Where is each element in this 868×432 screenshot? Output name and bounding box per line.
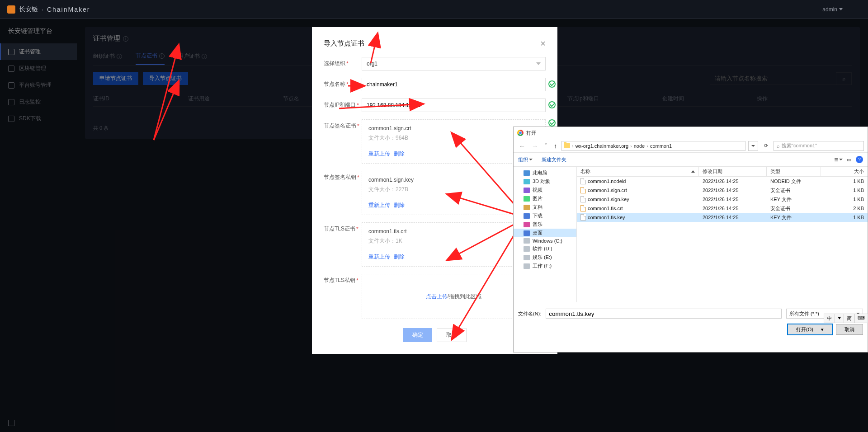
file-icon: [580, 178, 586, 184]
file-size: 1 KB: [821, 178, 868, 184]
ip-port-input[interactable]: [362, 99, 546, 112]
filepicker-sidebar: 此电脑 3D 对象 视频 图片 文档 下载 音乐 桌面 Windows (C:)…: [514, 167, 577, 302]
recent-caret[interactable]: ˅: [542, 142, 549, 150]
chevron-down-icon: [751, 145, 755, 147]
modal-cancel-button[interactable]: 取消: [437, 328, 467, 342]
check-icon: [548, 80, 556, 88]
label-tls-cert: 节点TLS证书*: [324, 222, 362, 233]
newfolder-button[interactable]: 新建文件夹: [542, 156, 566, 163]
filepicker-nav: ← → ˅ ↑ › wx-org1.chainmaker.org › node …: [514, 139, 868, 152]
side-music[interactable]: 音乐: [514, 220, 576, 229]
user-name: admin: [822, 6, 837, 13]
modal-title: 导入节点证书: [324, 39, 364, 48]
file-date: 2022/1/26 14:25: [699, 197, 767, 202]
file-name: common1.nodeid: [588, 178, 626, 184]
side-drive-d[interactable]: 软件 (D:): [514, 244, 576, 253]
help-button[interactable]: ?: [856, 156, 863, 163]
col-name[interactable]: 名称: [577, 167, 699, 176]
filepicker-title: 打开: [526, 130, 536, 136]
search-icon: ⌕: [777, 143, 780, 149]
side-drive-e[interactable]: 娱乐 (E:): [514, 253, 576, 262]
side-3d[interactable]: 3D 对象: [514, 177, 576, 186]
forward-button[interactable]: →: [530, 142, 540, 150]
side-documents[interactable]: 文档: [514, 203, 576, 211]
chevron-down-icon: [529, 159, 533, 160]
reupload-link[interactable]: 重新上传: [368, 254, 390, 260]
label-ipport: 节点IP和端口*: [324, 99, 362, 109]
org-select[interactable]: org1: [362, 57, 546, 70]
filename-label: 文件名(N):: [518, 310, 541, 317]
label-sign-key: 节点签名私钥*: [324, 171, 362, 181]
address-bar[interactable]: › wx-org1.chainmaker.org › node › common…: [561, 141, 745, 151]
file-icon: [580, 205, 586, 211]
refresh-button[interactable]: ⟳: [761, 141, 771, 151]
label-tls-key: 节点TLS私钥*: [324, 274, 362, 284]
file-row[interactable]: common1.nodeid 2022/1/26 14:25 NODEID 文件…: [577, 177, 868, 186]
file-name: common1.sign.crt: [588, 188, 627, 193]
delete-link[interactable]: 删除: [394, 254, 405, 260]
col-date[interactable]: 修改日期: [699, 167, 767, 176]
breadcrumb-item[interactable]: node: [634, 143, 645, 149]
pc-icon: [524, 170, 530, 176]
side-drive-f[interactable]: 工作 (F:): [514, 262, 576, 270]
file-type: 安全证书: [767, 205, 821, 212]
delete-link[interactable]: 删除: [394, 202, 405, 208]
sort-indicator-icon: [691, 170, 695, 173]
user-menu[interactable]: admin: [822, 6, 861, 13]
col-size[interactable]: 大小: [821, 167, 868, 176]
ime-indicator[interactable]: 中 ♥ 简 ⌨: [824, 314, 868, 323]
modal-ok-button[interactable]: 确定: [403, 328, 432, 342]
file-row[interactable]: common1.tls.crt 2022/1/26 14:25 安全证书 2 K…: [577, 204, 868, 213]
delete-link[interactable]: 删除: [394, 150, 405, 157]
brand-sep: ·: [42, 6, 43, 13]
open-button[interactable]: 打开(O)▾: [788, 324, 832, 335]
brand-logo-icon: [7, 5, 15, 14]
side-videos[interactable]: 视频: [514, 186, 576, 194]
col-type[interactable]: 类型: [767, 167, 821, 176]
click-upload-link[interactable]: 点击上传: [426, 293, 448, 301]
file-row[interactable]: common1.tls.key 2022/1/26 14:25 KEY 文件 1…: [577, 213, 868, 222]
file-type: KEY 文件: [767, 214, 821, 221]
file-date: 2022/1/26 14:25: [699, 188, 767, 193]
chrome-icon: [517, 130, 524, 136]
organize-button[interactable]: 组织: [518, 156, 533, 163]
side-pictures[interactable]: 图片: [514, 194, 576, 203]
side-drive-c[interactable]: Windows (C:): [514, 237, 576, 244]
cancel-button[interactable]: 取消: [836, 324, 863, 335]
up-button[interactable]: ↑: [552, 142, 559, 150]
filename-input[interactable]: [546, 309, 782, 319]
view-options-button[interactable]: ≣: [834, 156, 842, 163]
file-icon: [580, 196, 586, 202]
file-name: common1.tls.crt: [588, 206, 623, 211]
side-desktop[interactable]: 桌面: [514, 229, 576, 237]
reupload-link[interactable]: 重新上传: [368, 202, 390, 208]
modal-close-button[interactable]: ×: [540, 39, 546, 48]
file-date: 2022/1/26 14:25: [699, 215, 767, 220]
drive-icon: [524, 255, 530, 260]
side-this-pc[interactable]: 此电脑: [514, 169, 576, 177]
filepicker-titlebar: 打开: [514, 127, 868, 139]
desktop-icon: [524, 230, 530, 236]
preview-pane-button[interactable]: ▭: [845, 156, 853, 163]
breadcrumb-item[interactable]: wx-org1.chainmaker.org: [576, 143, 628, 149]
file-list-header: 名称 修改日期 类型 大小: [577, 167, 868, 177]
chevron-down-icon: [536, 62, 541, 65]
drive-icon: [524, 238, 530, 244]
file-row[interactable]: common1.sign.key 2022/1/26 14:25 KEY 文件 …: [577, 195, 868, 204]
open-dropdown[interactable]: ▾: [818, 327, 824, 333]
drive-icon: [524, 263, 530, 269]
brand: 长安链 · ChainMaker: [7, 5, 90, 14]
filepicker-search[interactable]: ⌕搜索"common1": [774, 141, 864, 151]
file-type: KEY 文件: [767, 196, 821, 203]
file-row[interactable]: common1.sign.crt 2022/1/26 14:25 安全证书 1 …: [577, 186, 868, 195]
reupload-link[interactable]: 重新上传: [368, 150, 390, 157]
side-downloads[interactable]: 下载: [514, 211, 576, 220]
breadcrumb-item[interactable]: common1: [650, 143, 672, 149]
file-size: 2 KB: [821, 206, 868, 211]
check-icon: [548, 119, 556, 127]
topbar: 长安链 · ChainMaker admin: [0, 0, 868, 19]
file-name: common1.sign.key: [588, 197, 629, 202]
back-button[interactable]: ←: [517, 142, 527, 150]
address-dropdown[interactable]: [748, 141, 758, 151]
node-name-input[interactable]: [362, 78, 546, 91]
